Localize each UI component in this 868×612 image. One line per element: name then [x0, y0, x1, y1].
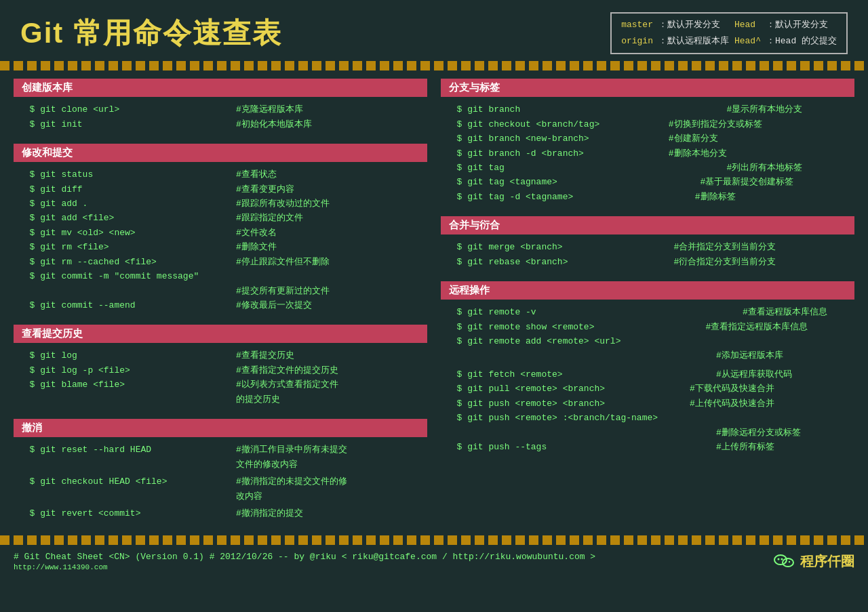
- bottom-divider: [0, 535, 868, 545]
- right-column: 分支与标签 $ git branch #显示所有本地分支 $ git check…: [441, 79, 854, 526]
- section-merge-body: $ git merge <branch> #合并指定分支到当前分支 $ git …: [441, 237, 854, 274]
- head-label: Head: [734, 18, 761, 33]
- cmd-tag: $ git tag #列出所有本地标签: [446, 161, 849, 175]
- footer-cheatsheet: # Git Cheat Sheet <CN> (Version 0.1) # 2…: [14, 552, 595, 562]
- cmd-blame: $ git blame <file> #以列表方式查看指定文件: [19, 378, 422, 392]
- cmd-checkout-head: $ git checkout HEAD <file> #撤消指定的未提交文件的修: [19, 474, 422, 489]
- section-log: 查看提交历史 $ git log #查看提交历史 $ git log -p <f…: [14, 325, 427, 412]
- cmd-log: $ git log #查看提交历史: [19, 348, 422, 363]
- cmd-checkout-branch: $ git checkout <branch/tag> #切换到指定分支或标签: [446, 117, 849, 131]
- cmd-remote-add: $ git remote add <remote> <url>: [446, 334, 849, 348]
- cmd-commit-m: $ git commit -m "commit message": [19, 269, 422, 283]
- section-branch-header: 分支与标签: [441, 79, 854, 97]
- top-divider: [0, 61, 868, 70]
- svg-point-5: [789, 561, 790, 563]
- section-merge: 合并与衍合 $ git merge <branch> #合并指定分支到当前分支 …: [441, 216, 854, 274]
- section-remote-header: 远程操作: [441, 281, 854, 300]
- left-column: 创建版本库 $ git clone <url> #克隆远程版本库 $ git i…: [14, 79, 427, 526]
- cmd-tag-name: $ git tag <tagname> #基于最新提交创建标签: [446, 175, 849, 189]
- cmd-push-tags: $ git push --tags #上传所有标签: [446, 440, 849, 454]
- section-log-header: 查看提交历史: [14, 325, 427, 343]
- origin-label: origin: [621, 34, 653, 49]
- headcaret-label: Head^: [734, 34, 761, 49]
- cmd-rm: $ git rm <file> #删除文件: [19, 240, 422, 254]
- section-undo: 撤消 $ git reset --hard HEAD #撤消工作目录中所有未提交…: [14, 419, 427, 526]
- cmd-tag-d: $ git tag -d <tagname> #删除标签: [446, 190, 849, 204]
- section-branch-body: $ git branch #显示所有本地分支 $ git checkout <b…: [441, 100, 854, 209]
- section-create-header: 创建版本库: [14, 79, 427, 97]
- cmd-branch-new: $ git branch <new-branch> #创建新分支: [446, 131, 849, 146]
- cmd-diff: $ git diff #查看变更内容: [19, 182, 422, 197]
- cmd-push-delete-comment: #删除远程分支或标签: [446, 426, 849, 440]
- section-log-body: $ git log #查看提交历史 $ git log -p <file> #查…: [14, 346, 427, 412]
- cmd-commit-amend: $ git commit --amend #修改最后一次提交: [19, 298, 422, 312]
- footer: # Git Cheat Sheet <CN> (Version 0.1) # 2…: [0, 545, 868, 575]
- cmd-branch-d: $ git branch -d <branch> #删除本地分支: [446, 146, 849, 161]
- section-merge-header: 合并与衍合: [441, 216, 854, 234]
- cmd-revert: $ git revert <commit> #撤消指定的提交: [19, 506, 422, 521]
- cmd-merge: $ git merge <branch> #合并指定分支到当前分支: [446, 240, 849, 254]
- cmd-add-dot: $ git add . #跟踪所有改动过的文件: [19, 197, 422, 211]
- section-remote: 远程操作 $ git remote -v #查看远程版本库信息 $ git re…: [441, 281, 854, 460]
- content-area: 创建版本库 $ git clone <url> #克隆远程版本库 $ git i…: [0, 70, 868, 533]
- cmd-fetch: $ git fetch <remote> #从远程库获取代码: [446, 367, 849, 382]
- master-label: master: [621, 18, 653, 33]
- section-undo-body: $ git reset --hard HEAD #撤消工作目录中所有未提交 文件…: [14, 440, 427, 526]
- page-title: Git 常用命令速查表: [20, 14, 282, 52]
- cmd-status: $ git status #查看状态: [19, 167, 422, 182]
- cmd-commit-m-comment: #提交所有更新过的文件: [19, 284, 422, 298]
- brand-text: 程序仟圈: [800, 552, 854, 571]
- cmd-add-file: $ git add <file> #跟踪指定的文件: [19, 211, 422, 225]
- cmd-mv: $ git mv <old> <new> #文件改名: [19, 226, 422, 240]
- cmd-push: $ git push <remote> <branch> #上传代码及快速合并: [446, 396, 849, 411]
- cmd-branch: $ git branch #显示所有本地分支: [446, 102, 849, 117]
- section-modify-body: $ git status #查看状态 $ git diff #查看变更内容 $ …: [14, 165, 427, 318]
- origin-val: ：默认远程版本库: [658, 34, 729, 49]
- section-create-body: $ git clone <url> #克隆远程版本库 $ git init #初…: [14, 100, 427, 137]
- head-val: ：默认开发分支: [766, 18, 837, 33]
- section-undo-header: 撤消: [14, 419, 427, 437]
- cmd-rebase: $ git rebase <branch> #衍合指定分支到当前分支: [446, 255, 849, 269]
- wechat-icon: [773, 550, 795, 572]
- cmd-remote-add-comment: #添加远程版本库: [446, 348, 849, 363]
- section-modify-header: 修改和提交: [14, 144, 427, 162]
- headcaret-val: ：Head 的父提交: [766, 34, 837, 49]
- cmd-remote-v: $ git remote -v #查看远程版本库信息: [446, 305, 849, 319]
- cmd-reset-comment2: 文件的修改内容: [19, 457, 422, 472]
- section-create: 创建版本库 $ git clone <url> #克隆远程版本库 $ git i…: [14, 79, 427, 137]
- master-val: ：默认开发分支: [658, 18, 729, 33]
- section-remote-body: $ git remote -v #查看远程版本库信息 $ git remote …: [441, 302, 854, 460]
- cmd-reset: $ git reset --hard HEAD #撤消工作目录中所有未提交: [19, 443, 422, 457]
- footer-url: http://www.114390.com: [14, 563, 595, 571]
- cmd-log-p: $ git log -p <file> #查看指定文件的提交历史: [19, 363, 422, 378]
- cmd-init: $ git init #初始化本地版本库: [19, 117, 422, 131]
- svg-point-1: [783, 558, 793, 567]
- cmd-remote-show: $ git remote show <remote> #查看指定远程版本库信息: [446, 320, 849, 334]
- header: Git 常用命令速查表 master ：默认开发分支 Head ：默认开发分支 …: [0, 0, 868, 61]
- svg-point-4: [785, 561, 787, 563]
- section-modify: 修改和提交 $ git status #查看状态 $ git diff #查看变…: [14, 144, 427, 318]
- footer-brand: 程序仟圈: [773, 550, 854, 572]
- cmd-blame-comment2: 的提交历史: [19, 392, 422, 407]
- cmd-clone: $ git clone <url> #克隆远程版本库: [19, 102, 422, 117]
- cmd-checkout-head-comment2: 改内容: [19, 489, 422, 504]
- cmd-rm-cached: $ git rm --cached <file> #停止跟踪文件但不删除: [19, 255, 422, 269]
- cmd-push-delete: $ git push <remote> :<branch/tag-name>: [446, 411, 849, 425]
- svg-point-3: [781, 558, 783, 560]
- cmd-pull: $ git pull <remote> <branch> #下载代码及快速合并: [446, 382, 849, 396]
- svg-point-2: [778, 558, 780, 560]
- main-container: Git 常用命令速查表 master ：默认开发分支 Head ：默认开发分支 …: [0, 0, 868, 612]
- legend-box: master ：默认开发分支 Head ：默认开发分支 origin ：默认远程…: [610, 12, 848, 54]
- section-branch: 分支与标签 $ git branch #显示所有本地分支 $ git check…: [441, 79, 854, 209]
